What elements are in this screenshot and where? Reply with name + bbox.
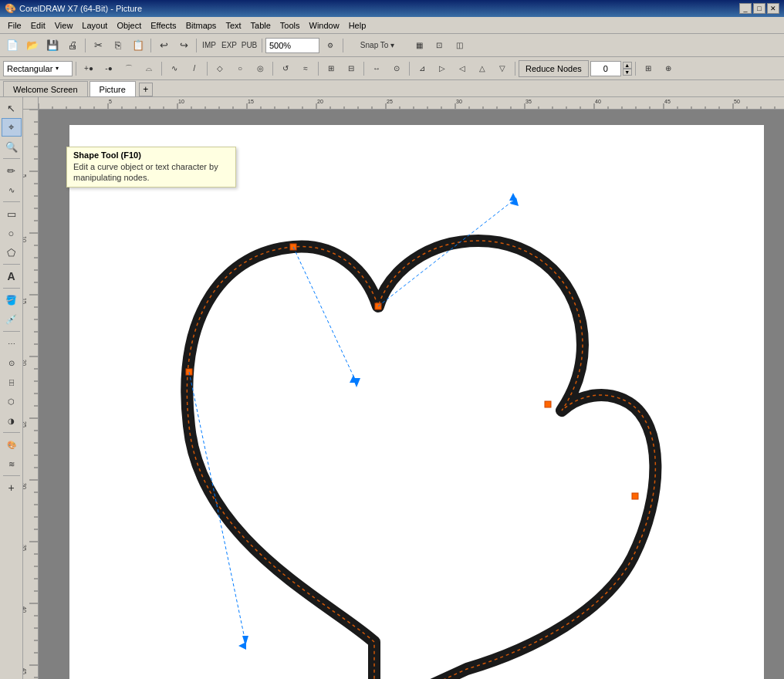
ellipse-tool-button[interactable]: ○ [2,224,22,242]
extrude-tool-button[interactable]: ⬡ [2,392,22,410]
extend-curve-button[interactable]: ↔ [367,60,386,77]
break-nodes-button[interactable]: ⌓ [140,60,158,77]
svg-text:40: 40 [595,99,601,104]
zoom-input[interactable]: 500% [265,38,319,53]
extra-options2[interactable]: ⊕ [659,60,678,77]
maximize-button[interactable]: □ [753,3,765,14]
ruler-vertical: 5101520253035404550 [23,110,39,679]
svg-text:5: 5 [23,174,27,177]
node-decrement-button[interactable]: ▼ [623,69,632,76]
svg-marker-146 [238,642,246,650]
menu-edit[interactable]: Edit [26,19,50,32]
menu-layout[interactable]: Layout [77,19,112,32]
menu-bitmaps[interactable]: Bitmaps [181,19,221,32]
paste-button[interactable]: 📋 [129,37,147,54]
close-button[interactable]: ✕ [767,3,779,14]
convert-curve-button[interactable]: ∿ [165,60,184,77]
add-more-button[interactable]: + [2,478,22,497]
new-button[interactable]: 📄 [3,37,22,54]
copy-button[interactable]: ⎘ [109,37,127,54]
canvas[interactable]: Shape Tool (F10) Edit a curve object or … [39,110,784,679]
heart-shape[interactable] [147,164,687,679]
menu-tools[interactable]: Tools [275,19,305,32]
symmetrical-button[interactable]: ◎ [251,60,269,77]
node-type-btn3[interactable]: ◁ [453,60,471,77]
node-increment-button[interactable]: ▲ [623,62,632,69]
menu-text[interactable]: Text [221,19,245,32]
menu-table[interactable]: Table [246,19,275,32]
polygon-tool-button[interactable]: ⬠ [2,243,22,262]
svg-rect-134 [632,493,638,499]
ltb-sep4 [3,288,20,289]
svg-text:45: 45 [23,668,27,674]
text-tool-button[interactable]: A [2,267,22,285]
print-button[interactable]: 🖨 [63,37,82,54]
svg-text:25: 25 [23,421,27,427]
svg-rect-68 [23,110,39,679]
delete-node-button[interactable]: -● [100,60,118,77]
smear-tool-button[interactable]: ≋ [2,454,22,473]
reduce-nodes-button[interactable]: Reduce Nodes [519,60,589,77]
tab-welcome-screen[interactable]: Welcome Screen [3,81,88,96]
view-options1[interactable]: ▦ [410,37,428,54]
import-button[interactable]: IMP [200,37,218,54]
node-type-btn1[interactable]: ⊿ [413,60,431,77]
menu-object[interactable]: Object [112,19,146,32]
bezier-tool-button[interactable]: ∿ [2,181,22,199]
smooth-button[interactable]: ○ [231,60,249,77]
tooltip-description: Edit a curve object or text character by… [73,161,229,184]
shape-tool-button[interactable]: ⌖ [2,118,22,137]
menu-effects[interactable]: Effects [146,19,181,32]
redo-button[interactable]: ↪ [174,37,193,54]
svg-text:20: 20 [23,360,27,366]
sep-t2-6 [363,62,364,76]
minimize-button[interactable]: _ [739,3,752,14]
export-button[interactable]: EXP [220,37,238,54]
sep-t2-8 [515,62,515,76]
node-type-btn5[interactable]: ▽ [493,60,512,77]
reverse-direction-button[interactable]: ↺ [276,60,295,77]
node-count-input[interactable]: 0 [590,61,621,76]
transparency-tool-button[interactable]: ◑ [2,411,22,430]
close-curve-button[interactable]: ⊙ [387,60,406,77]
freehand-tool-button[interactable]: ✏ [2,161,22,180]
node-type-btn4[interactable]: △ [473,60,492,77]
elastic-mode-button[interactable]: ≈ [296,60,315,77]
smart-fill-button[interactable]: 🎨 [2,435,22,454]
snap-to-dropdown[interactable]: Snap To ▾ [346,37,408,54]
select-subpath-button[interactable]: ⊟ [342,60,360,77]
cut-button[interactable]: ✂ [89,37,107,54]
extra-options1[interactable]: ⊞ [639,60,657,77]
envelope-tool-button[interactable]: ⌸ [2,373,22,391]
rectangle-tool-button[interactable]: ▭ [2,204,22,223]
fill-tool-button[interactable]: 🪣 [2,291,22,309]
node-type-btn2[interactable]: ▷ [433,60,451,77]
connect-nodes-button[interactable]: ⌒ [120,60,138,77]
zoom-options-button[interactable]: ⚙ [321,37,340,54]
add-node-button[interactable]: +● [79,60,98,77]
save-button[interactable]: 💾 [43,37,62,54]
make-line-button[interactable]: / [185,60,204,77]
undo-button[interactable]: ↩ [154,37,173,54]
select-all-nodes-button[interactable]: ⊞ [322,60,340,77]
open-button[interactable]: 📂 [23,37,42,54]
contour-tool-button[interactable]: ⊙ [2,353,22,372]
add-tab-button[interactable]: + [139,83,153,96]
menu-window[interactable]: Window [305,19,344,32]
select-tool-button[interactable]: ↖ [2,99,22,117]
blend-tool-button[interactable]: ⋯ [2,334,22,353]
cusp-button[interactable]: ◇ [211,60,229,77]
node-type-dropdown[interactable]: Rectangular ▾ [3,61,73,76]
zoom-tool-button[interactable]: 🔍 [2,137,22,156]
menu-help[interactable]: Help [344,19,371,32]
publish-button[interactable]: PUB [240,37,259,54]
ltb-sep1 [3,158,20,159]
menu-view[interactable]: View [50,19,78,32]
menu-file[interactable]: File [3,19,26,32]
tab-picture[interactable]: Picture [90,81,136,96]
view-options2[interactable]: ⊡ [430,37,448,54]
svg-text:45: 45 [664,99,671,104]
eyedropper-button[interactable]: 💉 [2,310,22,329]
view-options3[interactable]: ◫ [450,37,468,54]
titlebar: 🎨 CorelDRAW X7 (64-Bit) - Picture _ □ ✕ [0,0,784,17]
